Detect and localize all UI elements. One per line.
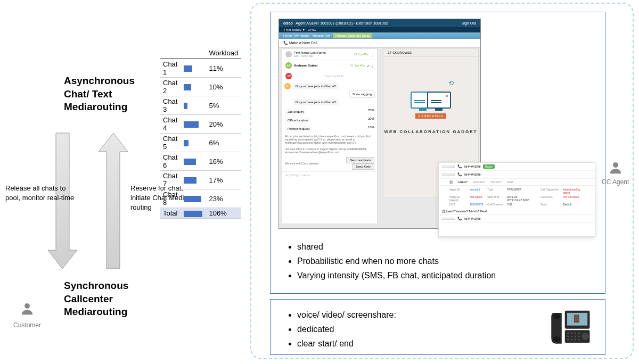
kebab-icon[interactable]: ⋮ [371,53,374,56]
details-entry[interactable]: 20/03/2019 📞 03444442978 Ready [439,163,595,171]
svg-point-7 [575,332,576,334]
heading-synchronous: Synchronous Callcenter Mediarouting [64,279,128,319]
workload-header: Workload [206,48,241,59]
call-details-panel: 20/03/2019 📞 03444442978 Ready 20/03/201… [438,162,595,237]
chat-note: All our jobs are listed on http://www.ex… [282,133,377,146]
menu-chat[interactable]: Manage Chat and Email [333,33,372,38]
list-item: Probabilistic end when no more chats [297,254,496,268]
menu-history[interactable]: My History [294,34,309,37]
send-only-button[interactable]: Send Only [352,163,374,170]
avatar-icon: FL [284,83,291,89]
tab[interactable]: Latest? [458,180,468,184]
show-tagging-button[interactable]: Show tagging [349,90,375,98]
details-entry[interactable]: 20/03/2019 📞 03444442978 [439,214,595,223]
avatar-icon [285,51,292,57]
detail-cell: Agent ID [449,188,465,194]
left-section: Asynchronous Chat/ Text Mediarouting Syn… [5,0,240,364]
menu-home[interactable]: Home [283,34,292,37]
details-grid: Agent IDsamad_fTypeTRANSFERCall Disposit… [439,186,595,208]
bottom-blue-box: voice/ video/ screenshare:dedicatedclear… [270,299,605,355]
list-item: shared [297,239,496,254]
table-row: Chat 56% [160,134,241,152]
tab[interactable]: Detail [507,180,514,184]
table-row: Chat 420% [160,115,241,134]
details-tabs: 🎧 Latest? Variables? Tab Info? Detail [439,179,595,186]
contact-row-main[interactable]: AS Andreas Stuber ⏱ 2m 45s ⤢ ⋮ [282,60,377,71]
chat-message: Do you have jobs in Ghana? [293,83,339,89]
expand-icon[interactable]: ⤢ ⋮ [367,64,374,68]
detail-cell: not submitted [563,195,584,202]
svg-point-20 [613,162,618,168]
svg-point-8 [578,332,579,334]
details-entry[interactable]: 20/03/2019 📞 03444442978 [439,171,595,179]
menu-call[interactable]: Manage Call [312,34,330,37]
chat-note: We work with Cisco partners [282,160,342,167]
cobrowse-badge: CO-BROWSING [415,113,446,119]
top-bullet-list: sharedProbabilistic end when no more cha… [271,239,496,283]
table-row: Chat 111% [160,59,241,78]
svg-point-12 [578,335,579,337]
svg-point-15 [575,338,576,340]
cobrowse-header: EF COBROWSE [383,49,478,57]
detail-cell: Wrap-up (Agent) [449,195,465,202]
chat-panel: First Name Last Name Ext - wrap up ⏱ 2m … [282,48,378,224]
make-call-bar[interactable]: 📞 Make a New Call [279,39,480,48]
detail-cell: Type [487,188,503,194]
detail-cell: CDS [449,203,465,206]
detail-cell: Default [563,203,584,206]
svg-point-0 [24,303,30,309]
detail-cell: samad_f [470,188,483,194]
table-total-row: Total106% [160,208,241,219]
svg-point-11 [575,335,576,337]
table-row: Chat 616% [160,152,241,171]
phone-icon: 📞 [457,172,462,177]
app-title: Agent AGENT 1001002 (1001002) - Extensio… [296,21,388,25]
detail-cell: Call Disposition [540,188,559,194]
detail-cell: 100020978 [470,203,483,206]
customer-icon-block: Customer [13,301,41,329]
detail-cell: Start Time [487,195,503,202]
screenshot-area: cisco Agent AGENT 1001002 (1001002) - Ex… [278,19,598,231]
detail-cell: Form URL [540,195,559,202]
chat-stat-row: Partner request10% [282,125,377,133]
details-entry[interactable]: 🎧 Latest? Variables? Tab Info? Detail [439,208,595,214]
svg-point-9 [567,335,569,337]
tab[interactable]: Variables? [473,180,485,184]
detail-cell: 2019-03-20T11:04:47.021Z [507,195,536,202]
phone-icon: 📞 [457,217,462,221]
cc-agent-block: CC Agent [602,160,629,186]
svg-point-5 [567,332,569,334]
chat-input[interactable]: Anything to send… [282,171,377,178]
gadget-title: WEB COLLABORATION GADGET [383,129,478,134]
customer-label: Customer [13,321,41,329]
sign-out-link[interactable]: Sign Out [462,21,476,25]
person-icon [608,160,624,176]
contact-row-top[interactable]: First Name Last Name Ext - wrap up ⏱ 2m … [282,49,377,60]
app-status-bar[interactable]: ● Not Ready ▼ 37:51 [279,27,480,32]
chat-stat-row: Job enquiry70% [282,107,377,116]
svg-point-17 [581,333,589,340]
detail-cell: 0.87 [507,203,536,206]
desk-phone-icon [549,308,594,350]
avatar-icon: JW [285,73,292,79]
svg-rect-3 [574,315,579,322]
detail-cell: Team [540,203,559,206]
table-row: Chat 210% [160,78,241,96]
detail-cell: Not Added [470,195,483,202]
table-row: Chat 717% [160,171,241,189]
cobrowse-monitors-icon: ⟲ × × [411,84,451,109]
tab[interactable]: Tab Info? [490,180,502,184]
workload-table: Workload Chat 111%Chat 210%Chat 35%Chat … [160,48,241,219]
svg-point-18 [553,314,561,319]
detail-cell: Call Duration [487,203,503,206]
detail-cell: TRANSFER [507,188,536,194]
chat-message: Do you have jobs in Ghana? [293,99,339,105]
phone-icon: 📞 [457,164,462,169]
list-item: Varying intensity (SMS, FB chat, anticip… [297,268,496,283]
swap-arrows-icon: ⟲ [448,79,454,87]
detail-cell: Abandoned by agent [563,188,584,194]
chat-note: Our next office in Ghana is in Lagos/ Ni… [282,146,377,155]
right-dashed-panel: cisco Agent AGENT 1001002 (1001002) - Ex… [250,3,634,359]
send-train-button[interactable]: Send and train [346,157,374,163]
cc-agent-label: CC Agent [602,178,629,186]
